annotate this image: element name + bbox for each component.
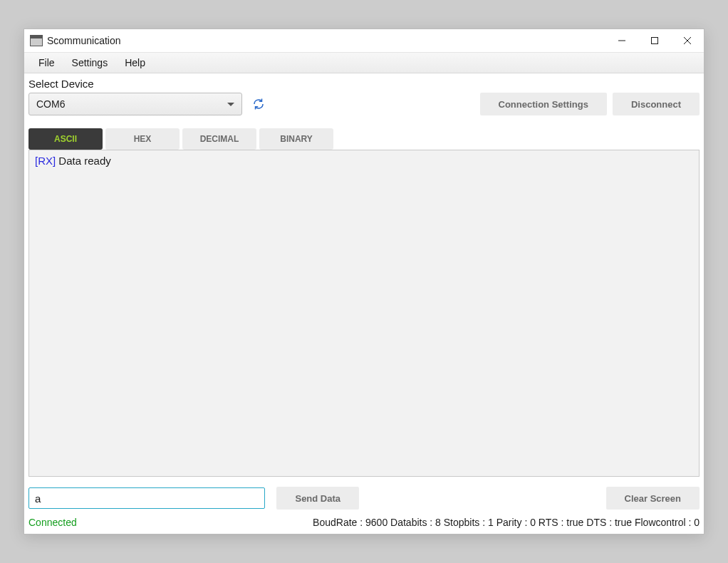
chevron-down-icon [227,103,234,106]
svg-rect-1 [652,38,658,44]
maximize-icon [650,36,659,45]
menu-help[interactable]: Help [116,54,154,71]
device-dropdown[interactable]: COM6 [28,93,242,115]
minimize-icon [618,36,626,45]
menubar: File Settings Help [24,52,704,73]
refresh-icon [252,98,265,110]
rx-prefix: [RX] [35,155,56,167]
minimize-button[interactable] [605,29,638,52]
tab-ascii[interactable]: ASCII [28,128,103,150]
select-device-label: Select Device [28,78,700,90]
window-title: Scommunication [47,35,605,46]
menu-settings[interactable]: Settings [63,54,117,71]
connection-settings-button[interactable]: Connection Settings [480,93,607,115]
clear-screen-button[interactable]: Clear Screen [606,487,700,510]
tab-binary[interactable]: BINARY [259,128,333,150]
close-button[interactable] [671,29,704,52]
disconnect-button[interactable]: Disconnect [613,93,700,115]
content-area: Select Device COM6 Connection Settings D… [24,73,704,534]
terminal-line: Data ready [58,155,110,167]
window-controls [605,29,704,52]
device-dropdown-value: COM6 [36,98,65,110]
app-icon [30,35,43,46]
connection-status: Connected [28,517,77,528]
device-row: COM6 Connection Settings Disconnect [28,93,700,115]
refresh-button[interactable] [248,93,269,115]
send-input[interactable] [28,487,265,509]
maximize-button[interactable] [638,29,671,52]
send-row: Send Data Clear Screen [28,487,700,510]
tab-decimal[interactable]: DECIMAL [182,128,256,150]
send-data-button[interactable]: Send Data [276,487,359,510]
tab-hex[interactable]: HEX [105,128,180,150]
app-window: Scommunication File Settings Help Select… [24,29,704,534]
close-icon [683,36,692,45]
menu-file[interactable]: File [30,54,63,71]
connection-details: BoudRate : 9600 Databits : 8 Stopbits : … [313,517,700,528]
status-bar: Connected BoudRate : 9600 Databits : 8 S… [28,517,700,528]
titlebar: Scommunication [24,29,704,52]
format-tabs: ASCII HEX DECIMAL BINARY [28,128,700,150]
terminal-output[interactable]: [RX] Data ready [28,150,700,477]
